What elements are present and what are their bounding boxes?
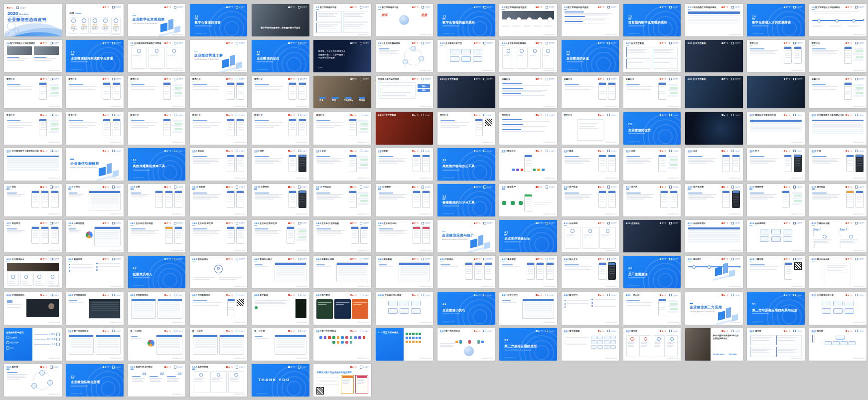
slide-thumbnail[interactable]: 3.2.1移动办公微一云·企业微信企业微信生态白皮书: [499, 148, 557, 181]
slide-thumbnail[interactable]: 4.2.8加入企业微一云·企业微信企业微信生态白皮书: [562, 256, 619, 288]
slide-thumbnail[interactable]: 微一云·企业微信数字化时代加速来临，未来属于数字化企业: [252, 4, 309, 36]
slide-thumbnail[interactable]: 道一云CRM微一云·企业微信企业微信生态白皮书: [128, 328, 186, 361]
slide-thumbnail[interactable]: 教育行业微一云·企业微信企业微信生态白皮书: [313, 112, 371, 145]
slide-thumbnail[interactable]: 4.4.1工作台技巧微一云·企业微信企业微信生态白皮书: [499, 292, 557, 325]
slide-thumbnail[interactable]: 微一云·企业微信 4.3 员工使用激活 企业微信生态白皮书: [623, 256, 681, 288]
slide-thumbnail[interactable]: 打造线上客户运营模式微一云·企业微信✓✓✓✓300+300+企业微信生态白皮书: [376, 76, 434, 108]
slide-thumbnail[interactable]: 3.3.6对外收款微一云·企业微信企业微信生态白皮书: [809, 184, 867, 216]
slide-thumbnail[interactable]: 4.2.7邀请链接微一云·企业微信企业微信生态白皮书: [499, 256, 557, 288]
slide-thumbnail[interactable]: 4.1.3认证权益对比微一云·企业微信企业微信生态白皮书: [685, 220, 743, 252]
slide-thumbnail[interactable]: 5.2.3服务商微一云·企业微信企业微信生态白皮书: [4, 364, 62, 397]
slide-thumbnail[interactable]: 2.1.2企业微信开放生态微一云·企业微信企业微信生态白皮书: [437, 40, 495, 72]
slide-thumbnail[interactable]: 金融行业微一云·企业微信企业微信生态白皮书: [499, 76, 557, 108]
slide-thumbnail[interactable]: 3.3.2客户联系微一云·企业微信企业微信生态白皮书: [562, 184, 619, 216]
slide-thumbnail[interactable]: 微一云·企业微信 2020White Book 企业微信生态白皮书: [4, 4, 62, 36]
slide-thumbnail[interactable]: 微一云·企业微信 1.5 企业微信如何实现数字化管理 企业微信生态白皮书: [66, 40, 124, 72]
slide-thumbnail[interactable]: 微一云·企业微信 目录Content Part 1企业数字化发展趋势Part 2…: [66, 4, 124, 36]
slide-thumbnail[interactable]: 医疗行业微一云·企业微信企业微信生态白皮书: [562, 112, 619, 145]
toc-part[interactable]: Part 3企业微信功能解析: [90, 17, 100, 34]
slide-thumbnail[interactable]: 4.2.6扫码加入微一云·企业微信企业微信生态白皮书: [437, 256, 495, 288]
slide-thumbnail[interactable]: 3.3.4客户朋友圈微一云·企业微信企业微信生态白皮书: [685, 184, 743, 216]
slide-thumbnail[interactable]: 3.4.1企业支付-对外收款微一云·企业微信企业微信生态白皮书: [128, 220, 186, 252]
slide-thumbnail[interactable]: 2.1.1企业的专属连接器微一云·企业微信企业微信生态白皮书: [376, 40, 434, 72]
slide-thumbnail[interactable]: 零售行业微一云·企业微信企业微信生态白皮书: [4, 76, 62, 108]
slide-thumbnail[interactable]: 教育行业微一云·企业微信企业微信生态白皮书: [66, 112, 124, 145]
slide-thumbnail[interactable]: 5.3.1私域生态-API接口微一云·企业微信010203企业微信生态白皮书: [128, 364, 186, 397]
slide-thumbnail[interactable]: 微一云·企业微信 4.2 批量成员导入 企业微信生态白皮书: [128, 256, 186, 288]
slide-thumbnail[interactable]: 4.2.4批量导入流程微一云·企业微信企业微信生态白皮书: [313, 256, 371, 288]
slide-thumbnail[interactable]: 3.1.2消息微一云·企业微信企业微信生态白皮书: [252, 148, 309, 181]
slide-thumbnail[interactable]: 企业微信应用分类企业微信第三方应用企业企业微信第三方应用企业企业微信生态白皮书: [4, 328, 62, 361]
slide-thumbnail[interactable]: 4.1.4认证流程图微一云·企业微信企业微信生态白皮书: [747, 220, 805, 252]
slide-thumbnail[interactable]: 2.2.1行业生态案例微一云·企业微信: [685, 76, 743, 108]
slide-thumbnail[interactable]: 2.3.1微信与企业微信的区别微一云·企业微信企业微信生态白皮书: [747, 112, 805, 145]
slide-thumbnail[interactable]: 4.3.8客户案例微一云·企业微信企业微信生态白皮书: [252, 292, 309, 325]
slide-thumbnail[interactable]: 5.1.2第三方应用特点微一云·企业微信企业微信生态白皮书: [66, 328, 124, 361]
slide-thumbnail[interactable]: 2.1.3企业微信的发展现状微一云·企业微信企业微信生态白皮书: [499, 40, 557, 72]
slide-thumbnail[interactable]: 3.2.5打卡微一云·企业微信企业微信生态白皮书: [747, 148, 805, 181]
slide-thumbnail[interactable]: 5.2.2服务商微一云·企业微信企业微信生态白皮书: [747, 328, 805, 361]
slide-thumbnail[interactable]: 3.4.2企业支付-群红包微一云·企业微信企业微信生态白皮书: [190, 220, 248, 252]
slide-thumbnail[interactable]: 2.2.1行业生态案例微一云·企业微信: [376, 112, 434, 145]
toc-part[interactable]: Part 5企业微信第三方应用: [111, 17, 121, 34]
slide-thumbnail[interactable]: 5.1.2 第三方应用特点企业微信生态白皮书: [376, 328, 434, 361]
slide-thumbnail[interactable]: 3.3.7群发助手微一云·企业微信企业微信生态白皮书: [4, 220, 62, 252]
slide-thumbnail[interactable]: 微一云·企业微信 1.4 数字化管理人才的发展路径 企业微信生态白皮书: [747, 4, 805, 36]
slide-thumbnail[interactable]: 微一云·企业微信: [685, 112, 743, 145]
slide-thumbnail[interactable]: 5.2.1服务商选型微一云·企业微信✓✓✓企业微信生态白皮书: [562, 328, 619, 361]
slide-thumbnail[interactable]: 零售行业微一云·企业微信企业微信生态白皮书: [747, 40, 805, 72]
slide-thumbnail[interactable]: 3.1.3会话微一云·企业微信企业微信生态白皮书: [313, 148, 371, 181]
slide-thumbnail[interactable]: 微一云·企业微信企业微信应用与推广Application & Promotion…: [437, 220, 495, 252]
slide-thumbnail[interactable]: 4.3.9推广海报微一云·企业微信企业微信生态白皮书: [313, 292, 371, 325]
slide-thumbnail[interactable]: 3.4.5企业支付-玩法微一云·企业微信企业微信生态白皮书: [376, 220, 434, 252]
slide-thumbnail[interactable]: 微一云·企业微信企业数字化发展趋势Trend Of Enterprise Dig…: [128, 4, 186, 36]
slide-thumbnail[interactable]: 1.4数字化管理人才的发展路径微一云·企业微信企业微信生态白皮书: [4, 40, 62, 72]
slide-thumbnail[interactable]: 3.1.1通讯录微一云·企业微信企业微信生态白皮书: [190, 148, 248, 181]
slide-thumbnail[interactable]: 微一云·企业微信 5.1 第三方与原生应用的关系与区别 企业微信生态白皮书: [747, 292, 805, 325]
slide-thumbnail[interactable]: 3.2.10收集表微一云·企业微信企业微信生态白皮书: [190, 184, 248, 216]
slide-thumbnail[interactable]: 3.4.3企业支付-对外红包微一云·企业微信企业微信生态白皮书: [252, 220, 309, 252]
slide-thumbnail[interactable]: 微一云·企业微信希望每一个企业员工都成为企业服务的窗口，人就是服务，而且是认证的…: [313, 40, 371, 72]
slide-thumbnail[interactable]: 零售行业微一云·企业微信企业微信生态白皮书: [66, 76, 124, 108]
slide-thumbnail[interactable]: 教育行业微一云·企业微信企业微信生态白皮书: [128, 112, 186, 145]
slide-thumbnail[interactable]: 3.4.4企业支付-使用场景微一云·企业微信企业微信生态白皮书: [313, 220, 371, 252]
slide-thumbnail[interactable]: 3.2.9文档微一云·企业微信企业微信生态白皮书: [128, 184, 186, 216]
slide-thumbnail[interactable]: 道一云应用微一云·企业微信企业微信生态白皮书: [190, 328, 248, 361]
slide-thumbnail[interactable]: 4.1.2企业认证微一云·企业微信: [623, 220, 681, 252]
slide-thumbnail[interactable]: 微一云·企业微信 1.3 目前国内数字化管理的现状 企业微信生态白皮书: [623, 4, 681, 36]
slide-thumbnail[interactable]: 教育行业微一云·企业微信企业微信生态白皮书: [190, 112, 248, 145]
slide-thumbnail[interactable]: 3.2.3日程微一云·企业微信企业微信生态白皮书: [623, 148, 681, 181]
slide-thumbnail[interactable]: 3.2.12在线会议微一云·企业微信企业微信生态白皮书: [313, 184, 371, 216]
slide-thumbnail[interactable]: 零售行业微一云·企业微信企业微信生态白皮书: [190, 76, 248, 108]
slide-thumbnail[interactable]: 教育行业微一云·企业微信企业微信生态白皮书: [252, 112, 309, 145]
slide-thumbnail[interactable]: 2.2.1行业生态案例微一云·企业微信: [685, 40, 743, 72]
slide-thumbnail[interactable]: 微一云·企业微信企业微信快速了解Quick Understanding Of W…: [190, 40, 248, 72]
slide-thumbnail[interactable]: 微一云·企业微信 2.2 企业微信的价值 企业微信生态白皮书: [562, 40, 619, 72]
slide-thumbnail[interactable]: 5.2.1服务商微一云·企业微信企业微信生态白皮书: [623, 328, 681, 361]
slide-thumbnail[interactable]: 微一云·企业微信 4.4 企业微信小技巧 Using Skill Of Wech…: [437, 292, 495, 325]
slide-thumbnail[interactable]: 微一云·企业微信THANK YOU企业微信生态白皮书: [252, 364, 309, 397]
slide-thumbnail[interactable]: 4.3.1激活路径微一云·企业微信企业微信生态白皮书: [685, 256, 743, 288]
slide-thumbnail[interactable]: 5.1.2第三方应用特点微一云·企业微信企业微信生态白皮书: [437, 328, 495, 361]
toc-part[interactable]: Part 1企业数字化发展趋势: [69, 17, 78, 34]
slide-thumbnail[interactable]: 3.2.11公费电话微一云·企业微信企业微信生态白皮书: [252, 184, 309, 216]
slide-thumbnail[interactable]: 微一云·企业微信 1.2 数字化管理的基本原则 企业微信生态白皮书: [437, 4, 495, 36]
slide-thumbnail[interactable]: 4.4.2聊天技巧微一云·企业微信企业微信生态白皮书: [562, 292, 619, 325]
slide-thumbnail[interactable]: 微一云·企业微信 1.1 数字化管理的目标 企业微信生态白皮书: [190, 4, 248, 36]
slide-thumbnail[interactable]: 微一云·企业微信 3.1 高效沟通降低成本工具 企业微信生态白皮书: [128, 148, 186, 181]
slide-thumbnail[interactable]: 4.3.6使用教程方法微一云·企业微信企业微信生态白皮书: [128, 292, 186, 325]
slide-thumbnail[interactable]: 医疗行业微一云·企业微信企业微信生态白皮书: [499, 112, 557, 145]
slide-thumbnail[interactable]: 2.2.1行业生态案例微一云·企业微信企业微信生态白皮书: [623, 40, 681, 72]
slide-thumbnail[interactable]: 1.2数字化管理的基本原则微一云·企业微信企业微信生态白皮书: [499, 4, 557, 36]
slide-thumbnail[interactable]: 微一云·企业微信: [747, 76, 805, 108]
slide-thumbnail[interactable]: 零售行业微一云·企业微信企业微信生态白皮书: [252, 76, 309, 108]
slide-thumbnail[interactable]: 微一云·企业微信 2.3 企业微信的优势 企业微信生态白皮书: [623, 112, 681, 145]
slide-thumbnail[interactable]: 4.1.5主体认证步骤微一云·企业微信Step 1Step 2企业微信生态白皮书: [809, 220, 867, 252]
slide-thumbnail[interactable]: 4.3.3聊天记录迁移微一云·企业微信企业微信生态白皮书: [809, 256, 867, 288]
slide-thumbnail[interactable]: 微一云·企业微信 3.2 高效协作移动办公工具 企业微信生态白皮书: [437, 148, 495, 181]
slide-thumbnail[interactable]: 微一云·企业微信腾讯这趟车的头等舱 抢占办公赛道头部席位10,000,000+7…: [685, 328, 743, 361]
slide-thumbnail[interactable]: 金融行业微一云·企业微信企业微信生态白皮书: [623, 76, 681, 108]
slide-thumbnail[interactable]: 4.2.3管理后台导入微一云·企业微信企业微信生态白皮书: [252, 256, 309, 288]
slide-thumbnail[interactable]: 4.2.2通讯录同步微一云·企业微信⟳企业微信生态白皮书: [190, 256, 248, 288]
slide-thumbnail[interactable]: 微一云·企业微信 5.3 企业微信私有化部署 企业微信生态白皮书: [66, 364, 124, 397]
